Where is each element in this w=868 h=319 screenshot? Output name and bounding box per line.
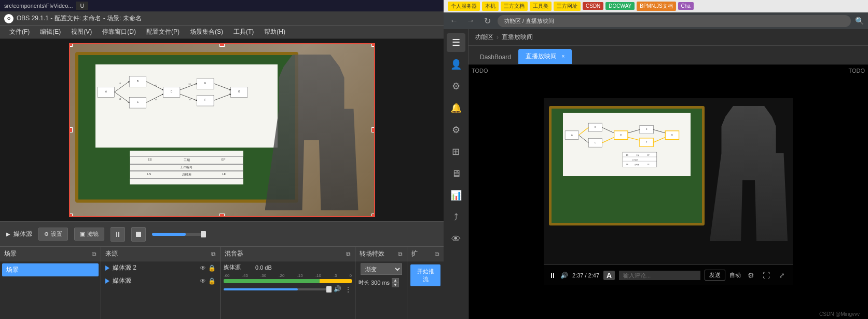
editor-tab[interactable]: U	[76, 2, 88, 10]
scene-item[interactable]: 场景	[2, 263, 99, 276]
refresh-button[interactable]: ↻	[481, 15, 493, 27]
sidebar-icon-settings[interactable]: ⚙	[447, 77, 465, 96]
preview-video[interactable]: A B C D E F	[69, 43, 375, 217]
sidebar-icon-chart[interactable]: 📊	[447, 186, 465, 205]
eye-icon-2[interactable]: 👁	[200, 277, 206, 285]
bookmark-personal[interactable]: 个人服务器	[448, 2, 480, 11]
svg-line-43	[578, 135, 588, 143]
address-text: 功能区 / 直播放映间	[504, 17, 554, 25]
bookmark-local[interactable]: 本机	[482, 2, 499, 11]
video-settings-icon[interactable]: ⚙	[745, 270, 756, 281]
video-time: 2:37 / 2:47	[572, 272, 599, 278]
mixer-vol-row: 🔊 ⋮	[221, 284, 355, 295]
video-volume-icon[interactable]: 🔊	[560, 272, 568, 279]
menu-dock[interactable]: 停靠窗口(D)	[97, 26, 141, 37]
extra-panel-icon[interactable]: ⧉	[435, 250, 439, 258]
video-letter-button[interactable]: A	[603, 271, 615, 280]
handle-r[interactable]	[371, 127, 375, 132]
bookmark-cha[interactable]: Cha	[678, 2, 694, 10]
video-current-time: 2:37	[572, 272, 583, 278]
bookmark-csdn[interactable]: CSDN	[583, 2, 603, 10]
bookmark-tools[interactable]: 工具类	[530, 2, 552, 11]
source-name-1: 媒体源 2	[113, 263, 197, 272]
obs-logo: O	[4, 14, 13, 23]
menu-scene-collection[interactable]: 场景集合(S)	[185, 26, 228, 37]
person-silhouette	[265, 55, 359, 210]
handle-tl[interactable]	[69, 43, 73, 47]
menu-profile[interactable]: 配置文件(P)	[141, 26, 185, 37]
bookmark-docway[interactable]: DOCWAY	[605, 2, 635, 10]
sidebar-icon-share[interactable]: ⤴	[447, 208, 465, 227]
sidebar-icon-bell[interactable]: 🔔	[447, 99, 465, 117]
stop-button[interactable]	[131, 227, 146, 242]
filter-button[interactable]: ▣ 滤镜	[74, 228, 104, 241]
progress-bar[interactable]	[152, 233, 204, 236]
obs-title: OBS 29.1.1 - 配置文件: 未命名 - 场景: 未命名	[17, 14, 142, 23]
video-expand-icon[interactable]: ⛶	[761, 270, 772, 281]
video-fullscreen-icon[interactable]: ⤢	[776, 270, 788, 281]
sidebar-icon-monitor[interactable]: 🖥	[447, 164, 465, 183]
search-button[interactable]: 🔍	[855, 17, 864, 25]
main-content: 功能区 › 直播放映间 DashBoard 直播放映间 × TODO TODO	[469, 29, 868, 319]
source-name-2: 媒体源	[113, 276, 197, 285]
menu-tools[interactable]: 工具(T)	[228, 26, 259, 37]
menu-view[interactable]: 视图(V)	[66, 26, 97, 37]
handle-br[interactable]	[371, 214, 375, 217]
handle-t[interactable]	[219, 43, 225, 47]
svg-text:10: 10	[189, 99, 191, 101]
sidebar-icon-cog[interactable]: ⚙	[447, 121, 465, 139]
settings-button[interactable]: ⚙ 设置	[38, 228, 68, 241]
svg-text:总时差: 总时差	[634, 164, 639, 166]
lock-icon-1[interactable]: 🔒	[208, 264, 216, 272]
svg-text:20: 20	[155, 84, 157, 87]
source-item-2[interactable]: 媒体源 👁 🔒	[101, 274, 220, 287]
handle-l[interactable]	[69, 127, 73, 132]
bookmark-docs[interactable]: 三方文档	[501, 2, 528, 11]
video-controls: ⏸ 🔊 2:37 / 2:47 A 发送 自动 ⚙ ⛶ ⤢	[544, 264, 793, 285]
speaker-icon[interactable]: 🔊	[334, 285, 341, 294]
menu-file[interactable]: 文件(F)	[4, 26, 35, 37]
bookmark-urls[interactable]: 三方网址	[554, 2, 581, 11]
todo-label-right: TODO	[848, 68, 865, 74]
handle-tr[interactable]	[371, 43, 375, 47]
forward-button[interactable]: →	[464, 15, 477, 27]
mixer-panel: 混音器 ⧉ 媒体源 0.0 dB -60 -45 -30 -20 -15 -10…	[221, 247, 355, 319]
spin-up[interactable]: ▲	[392, 278, 399, 283]
sidebar-icon-eye[interactable]: 👁	[447, 230, 465, 248]
sidebar-icon-user[interactable]: 👤	[447, 55, 465, 74]
lock-icon-2[interactable]: 🔒	[208, 277, 216, 285]
tab-close-icon[interactable]: ×	[561, 54, 564, 59]
back-button[interactable]: ←	[448, 15, 460, 27]
sidebar-icon-menu[interactable]: ☰	[447, 33, 465, 52]
video-player[interactable]: A B C D E F	[544, 98, 793, 285]
start-stream-button[interactable]: 开始推流	[410, 264, 440, 286]
video-comment-input[interactable]	[619, 271, 700, 280]
eye-icon-1[interactable]: 👁	[200, 264, 206, 272]
transition-panel-icon[interactable]: ⧉	[398, 250, 403, 258]
sidebar-icon-grid[interactable]: ⊞	[447, 142, 465, 161]
pause-button[interactable]: ⏸	[111, 227, 125, 242]
spin-down[interactable]: ▼	[392, 283, 399, 287]
source-item-1[interactable]: 媒体源 2 👁 🔒	[101, 261, 220, 274]
video-pause-button[interactable]: ⏸	[549, 271, 556, 280]
volume-slider[interactable]	[224, 288, 329, 290]
menu-edit[interactable]: 编辑(E)	[35, 26, 66, 37]
level-ticks: -60 -45 -30 -20 -15 -10 -5 0	[221, 273, 355, 278]
handle-b[interactable]	[219, 214, 225, 217]
duration-spinner[interactable]: ▲ ▼	[392, 278, 399, 287]
tab-live[interactable]: 直播放映间 ×	[518, 49, 572, 64]
mixer-more-button[interactable]: ⋮	[345, 285, 352, 294]
transition-type-select[interactable]: 渐变	[361, 263, 402, 275]
bookmark-bpmn[interactable]: BPMN.JS文档	[637, 2, 676, 11]
mixer-panel-icon[interactable]: ⧉	[346, 250, 351, 258]
video-send-button[interactable]: 发送	[705, 270, 725, 281]
address-bar[interactable]: 功能区 / 直播放映间	[498, 15, 851, 27]
handle-bl[interactable]	[69, 214, 73, 217]
scene-panel-icon[interactable]: ⧉	[92, 250, 97, 258]
filter-label: 滤镜	[87, 230, 99, 238]
media-source-label: ▶ 媒体源	[6, 230, 32, 238]
menu-help[interactable]: 帮助(H)	[259, 26, 291, 37]
tab-dashboard[interactable]: DashBoard	[473, 50, 518, 64]
source-panel-icon[interactable]: ⧉	[211, 250, 216, 258]
obs-panel: src\components\FlvVideo... U O OBS 29.1.…	[0, 0, 444, 319]
